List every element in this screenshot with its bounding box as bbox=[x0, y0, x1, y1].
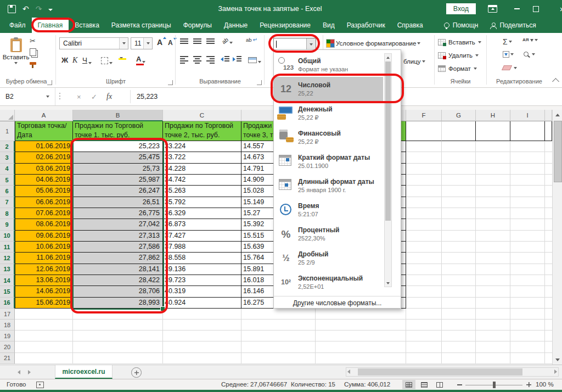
cell-sales-1[interactable]: 25,73 bbox=[73, 164, 163, 175]
cell[interactable] bbox=[510, 275, 545, 286]
row-header[interactable]: 6 bbox=[0, 186, 15, 197]
cell[interactable] bbox=[73, 331, 163, 341]
cell[interactable] bbox=[510, 331, 545, 341]
decrease-font-button[interactable]: А bbox=[168, 40, 173, 46]
row-header[interactable]: 7 bbox=[0, 197, 15, 208]
borders-button[interactable] bbox=[101, 57, 113, 64]
column-header[interactable]: G bbox=[442, 110, 476, 121]
cell[interactable] bbox=[406, 353, 442, 364]
cell[interactable] bbox=[476, 331, 510, 341]
ribbon-tab[interactable]: Разработчик bbox=[341, 18, 391, 33]
align-left-button[interactable] bbox=[180, 56, 188, 64]
underline-button[interactable]: Ч bbox=[82, 56, 92, 64]
format-option[interactable]: 12 Числовой 25,22 bbox=[274, 77, 383, 101]
align-middle-button[interactable] bbox=[193, 38, 201, 44]
cell-sales-1[interactable]: 27,862 bbox=[73, 253, 163, 264]
cell[interactable] bbox=[476, 253, 510, 264]
font-dialog-launcher-icon[interactable] bbox=[168, 80, 173, 85]
cell[interactable] bbox=[510, 341, 545, 352]
minimize-button[interactable] bbox=[509, 0, 527, 18]
cell[interactable] bbox=[510, 219, 545, 230]
undo-icon[interactable]: ↶ bbox=[23, 5, 29, 13]
cell-sales-1[interactable]: 28,422 bbox=[73, 275, 163, 286]
insert-function-button[interactable]: fx bbox=[106, 88, 112, 105]
row-header[interactable]: 2 bbox=[0, 141, 15, 152]
vertical-scroll-thumb[interactable] bbox=[554, 121, 562, 182]
cell[interactable] bbox=[406, 231, 442, 242]
redo-icon[interactable]: ↷ bbox=[36, 5, 42, 13]
cell[interactable] bbox=[510, 353, 545, 364]
ribbon-tab[interactable]: Данные bbox=[218, 18, 254, 33]
cell[interactable] bbox=[406, 175, 442, 186]
cell[interactable] bbox=[442, 242, 476, 253]
zoom-in-icon[interactable] bbox=[526, 382, 532, 388]
cell[interactable] bbox=[406, 186, 442, 197]
cell-sales-2[interactable]: 34.742 bbox=[163, 175, 241, 186]
row-header[interactable]: 1 bbox=[0, 121, 15, 141]
format-as-table-button[interactable]: блицу bbox=[403, 58, 425, 65]
cell-date[interactable]: 06.06.2019 bbox=[15, 197, 73, 208]
confirm-button[interactable]: ✓ bbox=[91, 88, 97, 105]
align-bottom-button[interactable] bbox=[206, 38, 215, 44]
bold-button[interactable]: Ж bbox=[61, 56, 68, 64]
cell-sales-2[interactable]: 37.988 bbox=[163, 242, 241, 253]
cell-sales-2[interactable]: 37.427 bbox=[163, 231, 241, 242]
fill-button[interactable] bbox=[503, 51, 514, 58]
cell[interactable] bbox=[476, 286, 510, 297]
cell[interactable] bbox=[442, 298, 476, 309]
cell[interactable] bbox=[241, 309, 316, 320]
column-header[interactable]: C bbox=[163, 110, 241, 121]
cell[interactable] bbox=[406, 275, 442, 286]
format-option[interactable]: % Процентный 2522,30% bbox=[274, 222, 383, 246]
cell-sales-2[interactable]: 36.329 bbox=[163, 208, 241, 219]
column-header[interactable]: H bbox=[476, 110, 510, 121]
ribbon-tab[interactable]: Вид bbox=[317, 18, 341, 33]
cell[interactable] bbox=[163, 320, 241, 331]
cell[interactable] bbox=[510, 186, 545, 197]
cell[interactable] bbox=[15, 309, 73, 320]
row-header[interactable]: 10 bbox=[0, 231, 15, 242]
cell[interactable] bbox=[406, 253, 442, 264]
insert-cells-button[interactable]: Вставить bbox=[438, 39, 481, 46]
row-header[interactable]: 9 bbox=[0, 219, 15, 230]
cell-sales-1[interactable]: 25,475 bbox=[73, 152, 163, 163]
cell-date[interactable]: 09.06.2019 bbox=[15, 231, 73, 242]
macro-record-icon[interactable] bbox=[36, 382, 44, 388]
sheet-tab-active[interactable]: microexcel.ru bbox=[55, 365, 113, 379]
cell[interactable] bbox=[510, 320, 545, 331]
cell-sales-1[interactable]: 26,51 bbox=[73, 197, 163, 208]
cell-sales-1[interactable]: 27,313 bbox=[73, 231, 163, 242]
cell[interactable] bbox=[442, 141, 476, 152]
ribbon-tab[interactable]: Вставка bbox=[69, 18, 105, 33]
cell[interactable] bbox=[15, 320, 73, 331]
row-header[interactable]: 11 bbox=[0, 242, 15, 253]
sign-in-button[interactable]: Вход bbox=[446, 3, 476, 14]
more-number-formats-item[interactable]: Другие числовые форматы... bbox=[274, 296, 401, 309]
cell[interactable] bbox=[442, 341, 476, 352]
cell[interactable] bbox=[15, 353, 73, 364]
cell[interactable] bbox=[73, 341, 163, 352]
number-format-combobox[interactable] bbox=[273, 38, 316, 51]
name-box[interactable]: B2 bbox=[0, 88, 55, 105]
cell[interactable] bbox=[442, 320, 476, 331]
cell[interactable] bbox=[510, 264, 545, 275]
row-header[interactable]: 12 bbox=[0, 253, 15, 264]
cell-sales-2[interactable]: 35.263 bbox=[163, 186, 241, 197]
cell[interactable] bbox=[476, 298, 510, 309]
select-all-corner[interactable] bbox=[0, 110, 15, 121]
cell-sales-1[interactable]: 28,993 bbox=[73, 298, 163, 309]
save-icon[interactable] bbox=[8, 5, 16, 13]
cell[interactable] bbox=[442, 121, 476, 141]
row-header[interactable]: 13 bbox=[0, 264, 15, 275]
cell[interactable] bbox=[476, 208, 510, 219]
scroll-up-icon[interactable] bbox=[385, 54, 391, 61]
cell[interactable] bbox=[442, 286, 476, 297]
next-sheet-icon[interactable] bbox=[28, 370, 31, 374]
column-header[interactable]: F bbox=[406, 110, 442, 121]
ribbon-tab[interactable]: Поделиться bbox=[484, 18, 542, 33]
cell[interactable] bbox=[406, 331, 442, 341]
cell-date[interactable]: 01.06.2019 bbox=[15, 141, 73, 152]
align-right-button[interactable] bbox=[206, 56, 215, 64]
sort-filter-button[interactable]: АЯ bbox=[522, 38, 538, 42]
row-header[interactable]: 8 bbox=[0, 208, 15, 219]
